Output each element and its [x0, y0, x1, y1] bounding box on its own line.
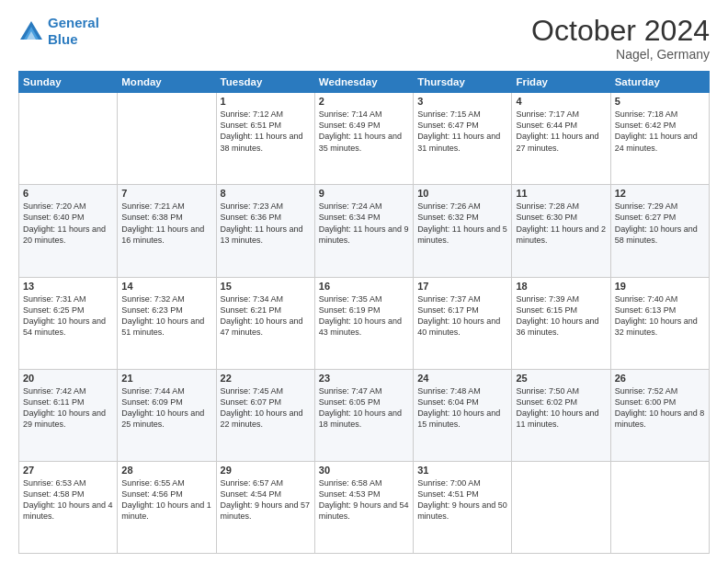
calendar-cell: 15Sunrise: 7:34 AM Sunset: 6:21 PM Dayli… [216, 277, 314, 369]
calendar-cell: 26Sunrise: 7:52 AM Sunset: 6:00 PM Dayli… [610, 369, 709, 461]
day-info: Sunrise: 7:40 AM Sunset: 6:13 PM Dayligh… [615, 293, 705, 339]
calendar-cell: 25Sunrise: 7:50 AM Sunset: 6:02 PM Dayli… [512, 369, 610, 461]
calendar-cell: 21Sunrise: 7:44 AM Sunset: 6:09 PM Dayli… [118, 369, 216, 461]
day-info: Sunrise: 6:57 AM Sunset: 4:54 PM Dayligh… [221, 477, 311, 523]
col-header-saturday: Saturday [610, 72, 709, 93]
calendar-header-row: SundayMondayTuesdayWednesdayThursdayFrid… [19, 72, 710, 93]
calendar-cell: 31Sunrise: 7:00 AM Sunset: 4:51 PM Dayli… [414, 461, 512, 553]
calendar-cell: 30Sunrise: 6:58 AM Sunset: 4:53 PM Dayli… [314, 461, 413, 553]
day-number: 4 [516, 96, 606, 107]
calendar-cell: 2Sunrise: 7:14 AM Sunset: 6:49 PM Daylig… [314, 93, 413, 185]
calendar-table: SundayMondayTuesdayWednesdayThursdayFrid… [18, 71, 710, 554]
day-info: Sunrise: 7:12 AM Sunset: 6:51 PM Dayligh… [221, 109, 311, 154]
calendar-cell: 22Sunrise: 7:45 AM Sunset: 6:07 PM Dayli… [216, 369, 314, 461]
day-info: Sunrise: 7:20 AM Sunset: 6:40 PM Dayligh… [23, 201, 113, 246]
day-number: 20 [23, 373, 113, 384]
day-number: 11 [516, 188, 606, 199]
day-info: Sunrise: 7:14 AM Sunset: 6:49 PM Dayligh… [319, 109, 409, 154]
day-number: 6 [23, 188, 113, 199]
day-info: Sunrise: 7:24 AM Sunset: 6:34 PM Dayligh… [319, 201, 409, 246]
day-info: Sunrise: 7:18 AM Sunset: 6:42 PM Dayligh… [615, 109, 705, 154]
day-number: 23 [319, 373, 409, 384]
day-info: Sunrise: 7:37 AM Sunset: 6:17 PM Dayligh… [417, 293, 507, 339]
day-number: 13 [23, 281, 113, 292]
day-number: 19 [615, 281, 705, 292]
col-header-friday: Friday [512, 72, 610, 93]
calendar-cell: 17Sunrise: 7:37 AM Sunset: 6:17 PM Dayli… [414, 277, 512, 369]
calendar-cell: 9Sunrise: 7:24 AM Sunset: 6:34 PM Daylig… [314, 185, 413, 277]
day-number: 27 [23, 465, 113, 476]
day-number: 18 [516, 281, 606, 292]
day-number: 3 [417, 96, 507, 107]
day-number: 17 [417, 281, 507, 292]
calendar-cell: 27Sunrise: 6:53 AM Sunset: 4:58 PM Dayli… [19, 461, 118, 553]
day-info: Sunrise: 7:28 AM Sunset: 6:30 PM Dayligh… [516, 201, 606, 246]
day-number: 25 [516, 373, 606, 384]
day-number: 26 [615, 373, 705, 384]
day-info: Sunrise: 7:50 AM Sunset: 6:02 PM Dayligh… [516, 385, 606, 431]
day-info: Sunrise: 7:47 AM Sunset: 6:05 PM Dayligh… [319, 385, 409, 431]
day-info: Sunrise: 7:44 AM Sunset: 6:09 PM Dayligh… [121, 385, 211, 431]
day-info: Sunrise: 7:39 AM Sunset: 6:15 PM Dayligh… [516, 293, 606, 339]
col-header-tuesday: Tuesday [216, 72, 314, 93]
day-number: 7 [121, 188, 211, 199]
calendar-cell: 12Sunrise: 7:29 AM Sunset: 6:27 PM Dayli… [610, 185, 709, 277]
location: Nagel, Germany [531, 47, 710, 62]
calendar-cell [19, 93, 118, 185]
day-info: Sunrise: 7:35 AM Sunset: 6:19 PM Dayligh… [319, 293, 409, 339]
calendar-cell: 28Sunrise: 6:55 AM Sunset: 4:56 PM Dayli… [118, 461, 216, 553]
calendar-cell: 3Sunrise: 7:15 AM Sunset: 6:47 PM Daylig… [414, 93, 512, 185]
day-info: Sunrise: 7:42 AM Sunset: 6:11 PM Dayligh… [23, 385, 113, 431]
day-number: 15 [221, 281, 311, 292]
calendar-cell: 18Sunrise: 7:39 AM Sunset: 6:15 PM Dayli… [512, 277, 610, 369]
logo-icon [18, 19, 44, 45]
col-header-thursday: Thursday [414, 72, 512, 93]
header: General Blue October 2024 Nagel, Germany [18, 15, 710, 62]
day-number: 31 [417, 465, 507, 476]
col-header-wednesday: Wednesday [314, 72, 413, 93]
title-block: October 2024 Nagel, Germany [531, 15, 710, 62]
day-number: 30 [319, 465, 409, 476]
calendar-cell: 8Sunrise: 7:23 AM Sunset: 6:36 PM Daylig… [216, 185, 314, 277]
calendar-cell: 19Sunrise: 7:40 AM Sunset: 6:13 PM Dayli… [610, 277, 709, 369]
day-number: 21 [121, 373, 211, 384]
calendar-cell: 10Sunrise: 7:26 AM Sunset: 6:32 PM Dayli… [414, 185, 512, 277]
day-info: Sunrise: 6:58 AM Sunset: 4:53 PM Dayligh… [319, 477, 409, 523]
day-info: Sunrise: 7:52 AM Sunset: 6:00 PM Dayligh… [615, 385, 705, 431]
calendar-cell: 20Sunrise: 7:42 AM Sunset: 6:11 PM Dayli… [19, 369, 118, 461]
page: General Blue October 2024 Nagel, Germany… [0, 0, 728, 563]
calendar-week-row: 20Sunrise: 7:42 AM Sunset: 6:11 PM Dayli… [19, 369, 710, 461]
calendar-cell [610, 461, 709, 553]
day-number: 12 [615, 188, 705, 199]
col-header-sunday: Sunday [19, 72, 118, 93]
day-number: 16 [319, 281, 409, 292]
day-info: Sunrise: 7:31 AM Sunset: 6:25 PM Dayligh… [23, 293, 113, 339]
calendar-cell: 7Sunrise: 7:21 AM Sunset: 6:38 PM Daylig… [118, 185, 216, 277]
calendar-cell: 6Sunrise: 7:20 AM Sunset: 6:40 PM Daylig… [19, 185, 118, 277]
day-info: Sunrise: 7:17 AM Sunset: 6:44 PM Dayligh… [516, 109, 606, 154]
day-number: 10 [417, 188, 507, 199]
day-info: Sunrise: 7:34 AM Sunset: 6:21 PM Dayligh… [221, 293, 311, 339]
day-number: 5 [615, 96, 705, 107]
day-number: 28 [121, 465, 211, 476]
day-info: Sunrise: 7:48 AM Sunset: 6:04 PM Dayligh… [417, 385, 507, 431]
calendar-cell: 16Sunrise: 7:35 AM Sunset: 6:19 PM Dayli… [314, 277, 413, 369]
calendar-cell: 14Sunrise: 7:32 AM Sunset: 6:23 PM Dayli… [118, 277, 216, 369]
day-number: 14 [121, 281, 211, 292]
day-info: Sunrise: 7:26 AM Sunset: 6:32 PM Dayligh… [417, 201, 507, 246]
col-header-monday: Monday [118, 72, 216, 93]
day-info: Sunrise: 7:21 AM Sunset: 6:38 PM Dayligh… [121, 201, 211, 246]
calendar-cell: 24Sunrise: 7:48 AM Sunset: 6:04 PM Dayli… [414, 369, 512, 461]
calendar-cell: 4Sunrise: 7:17 AM Sunset: 6:44 PM Daylig… [512, 93, 610, 185]
day-number: 29 [221, 465, 311, 476]
day-number: 24 [417, 373, 507, 384]
calendar-cell: 1Sunrise: 7:12 AM Sunset: 6:51 PM Daylig… [216, 93, 314, 185]
day-info: Sunrise: 6:53 AM Sunset: 4:58 PM Dayligh… [23, 477, 113, 523]
day-info: Sunrise: 7:45 AM Sunset: 6:07 PM Dayligh… [221, 385, 311, 431]
day-info: Sunrise: 7:29 AM Sunset: 6:27 PM Dayligh… [615, 201, 705, 246]
calendar-cell: 23Sunrise: 7:47 AM Sunset: 6:05 PM Dayli… [314, 369, 413, 461]
day-number: 22 [221, 373, 311, 384]
calendar-cell: 11Sunrise: 7:28 AM Sunset: 6:30 PM Dayli… [512, 185, 610, 277]
day-info: Sunrise: 7:23 AM Sunset: 6:36 PM Dayligh… [221, 201, 311, 246]
calendar-week-row: 13Sunrise: 7:31 AM Sunset: 6:25 PM Dayli… [19, 277, 710, 369]
